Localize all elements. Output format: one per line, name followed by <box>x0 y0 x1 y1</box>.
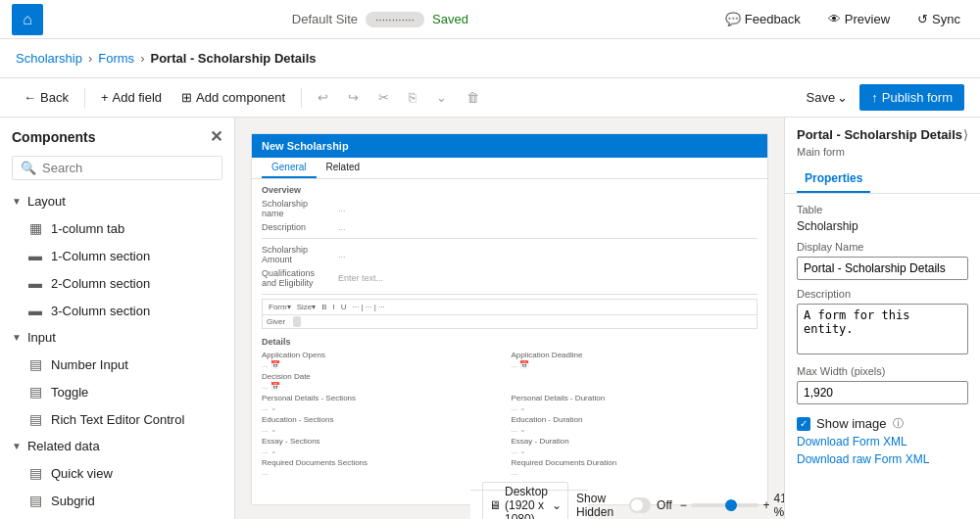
close-panel-button[interactable]: ✕ <box>210 127 222 146</box>
tab-properties[interactable]: Properties <box>797 165 870 193</box>
component-subgrid[interactable]: ▤ Subgrid <box>0 487 234 514</box>
download-form-xml-link[interactable]: Download Form XML <box>797 435 968 448</box>
layout-section-label: Layout <box>27 194 66 209</box>
publish-label: Publish form <box>882 90 953 105</box>
form-tab-related[interactable]: Related <box>317 158 369 178</box>
add-field-button[interactable]: + Add field <box>93 86 170 109</box>
rt-bold-btn[interactable]: B <box>319 302 328 312</box>
show-image-row: ✓ Show image ⓘ <box>797 416 968 431</box>
rt-italic-btn[interactable]: I <box>331 302 337 312</box>
input-chevron-icon: ▼ <box>12 332 22 343</box>
feedback-button[interactable]: 💬 Feedback <box>717 8 808 30</box>
detail-app-deadline: Application Deadline ... 📅 <box>512 351 759 369</box>
save-label: Save <box>807 90 836 105</box>
input-section-header[interactable]: ▼ Input <box>0 324 234 351</box>
detail-personal-duration: Personal Details - Duration ... ⌄ <box>512 394 759 412</box>
1col-section-icon: ▬ <box>27 248 43 263</box>
breadcrumb-scholarship[interactable]: Scholarship <box>16 51 82 66</box>
rt-more-btns: ··· | ··· | ··· <box>351 302 387 312</box>
component-1col-tab[interactable]: ▦ 1-column tab <box>0 214 234 242</box>
zoom-slider[interactable] <box>691 503 760 507</box>
top-bar: ⌂ Default Site ············ Saved 💬 Feed… <box>0 0 980 39</box>
component-3col-section[interactable]: ▬ 3-Column section <box>0 297 234 324</box>
toggle-knob <box>631 499 643 511</box>
1col-tab-icon: ▦ <box>27 220 43 236</box>
right-panel-tabs: Properties <box>785 165 980 194</box>
preview-button[interactable]: 👁 Preview <box>820 8 898 30</box>
zoom-plus-icon[interactable]: + <box>762 498 769 512</box>
component-subgrid-label: Subgrid <box>51 494 95 508</box>
subgrid-icon: ▤ <box>27 493 43 508</box>
zoom-thumb[interactable] <box>725 499 737 511</box>
related-chevron-icon: ▼ <box>12 441 22 451</box>
toggle-state: Off <box>657 498 672 512</box>
form-tab-general[interactable]: General <box>262 158 317 178</box>
rt-size-btn[interactable]: Size▾ <box>295 302 318 312</box>
add-component-button[interactable]: ⊞ Add component <box>173 86 293 109</box>
add-component-label: Add component <box>196 90 285 105</box>
redo-button[interactable]: ↪ <box>340 86 367 109</box>
feedback-icon: 💬 <box>725 12 741 26</box>
home-icon[interactable]: ⌂ <box>12 4 43 35</box>
component-quick-view[interactable]: ▤ Quick view <box>0 459 234 487</box>
max-width-input[interactable] <box>797 381 968 404</box>
max-width-label: Max Width (pixels) <box>797 365 968 377</box>
undo-button[interactable]: ↩ <box>310 86 336 109</box>
zoom-minus-icon[interactable]: − <box>680 498 687 512</box>
rt-underline-btn[interactable]: U <box>339 302 349 312</box>
form-divider2 <box>262 294 758 295</box>
add-field-icon: + <box>101 90 109 105</box>
expand-right-icon[interactable]: ⟩ <box>963 127 968 142</box>
component-timeline[interactable]: ▤ Timeline <box>0 514 234 519</box>
component-2col-section[interactable]: ▬ 2-Column section <box>0 269 234 297</box>
cut-button[interactable]: ✂ <box>370 86 397 109</box>
related-data-section-header[interactable]: ▼ Related data <box>0 433 234 459</box>
device-selector[interactable]: 🖥 Desktop (1920 x 1080) ⌄ <box>482 482 568 520</box>
component-1col-section-label: 1-Column section <box>51 249 150 263</box>
right-panel-title: Portal - Scholarship Details <box>797 127 962 142</box>
copy-button[interactable]: ⎘ <box>401 86 424 109</box>
description-textarea[interactable]: A form for this entity. <box>797 304 968 354</box>
delete-button[interactable]: 🗑 <box>459 86 487 109</box>
number-input-icon: ▤ <box>27 356 43 372</box>
right-panel-subtitle: Main form <box>785 146 980 165</box>
more-button[interactable]: ⌄ <box>428 86 455 109</box>
show-image-checkbox[interactable]: ✓ <box>797 417 810 431</box>
save-button[interactable]: Save ⌄ <box>799 84 857 111</box>
bottom-bar: 🖥 Desktop (1920 x 1080) ⌄ Show Hidden Of… <box>470 490 588 519</box>
rt-format-btn[interactable]: Form▾ <box>267 302 293 312</box>
rich-toolbar: Form▾ Size▾ B I U ··· | ··· | ··· <box>263 300 757 315</box>
display-name-input[interactable] <box>797 257 968 280</box>
download-raw-form-xml-link[interactable]: Download raw Form XML <box>797 452 968 466</box>
form-field-description: Description ... <box>252 220 767 234</box>
component-toggle-label: Toggle <box>51 385 88 400</box>
form-details-label: Details <box>252 331 767 349</box>
component-number-input[interactable]: ▤ Number Input <box>0 351 234 378</box>
component-quick-view-label: Quick view <box>51 466 113 481</box>
component-toggle[interactable]: ▤ Toggle <box>0 378 234 405</box>
search-icon: 🔍 <box>21 161 36 175</box>
zoom-value: 41 % <box>773 492 784 519</box>
search-box[interactable]: 🔍 <box>12 156 222 180</box>
2col-section-icon: ▬ <box>27 275 43 291</box>
breadcrumb-current: Portal - Scholarship Details <box>150 51 316 66</box>
device-chevron-icon: ⌄ <box>552 498 562 512</box>
publish-button[interactable]: ↑ Publish form <box>859 84 964 111</box>
right-actions: Save ⌄ ↑ Publish form <box>799 84 964 111</box>
component-rich-text-label: Rich Text Editor Control <box>51 412 184 427</box>
breadcrumb-forms[interactable]: Forms <box>98 51 134 66</box>
layout-section-header[interactable]: ▼ Layout <box>0 188 234 214</box>
component-1col-section[interactable]: ▬ 1-Column section <box>0 242 234 269</box>
breadcrumb-sep1: › <box>88 51 92 66</box>
property-section: Table Scholarship Display Name Descripti… <box>785 194 980 476</box>
toggle-icon: ▤ <box>27 384 43 400</box>
show-hidden-toggle[interactable] <box>629 497 651 513</box>
search-input[interactable] <box>42 161 214 175</box>
breadcrumb-bar: Scholarship › Forms › Portal - Scholarsh… <box>0 39 980 78</box>
detail-app-opens: Application Opens ... 📅 <box>262 351 509 369</box>
right-panel-header: Portal - Scholarship Details ⟩ <box>785 118 980 146</box>
top-actions: 💬 Feedback 👁 Preview ↺ Sync <box>717 8 968 30</box>
component-rich-text[interactable]: ▤ Rich Text Editor Control <box>0 405 234 433</box>
sync-button[interactable]: ↺ Sync <box>909 8 968 30</box>
back-button[interactable]: ← Back <box>16 86 76 109</box>
